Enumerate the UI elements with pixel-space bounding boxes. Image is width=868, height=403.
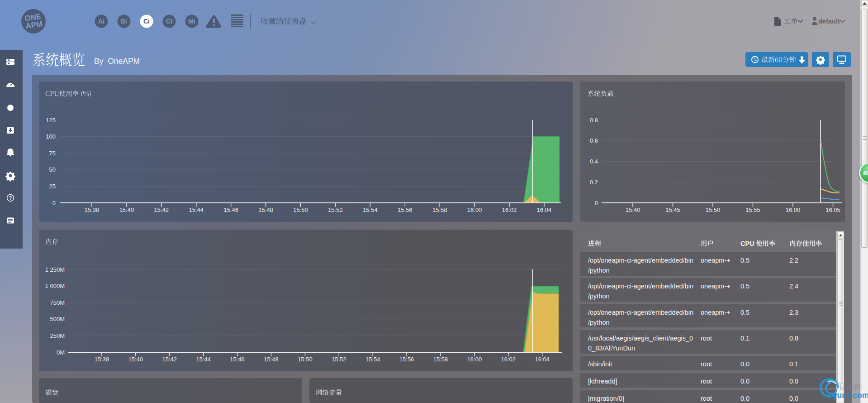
svg-text:default: default [818,18,840,25]
svg-text:15:58: 15:58 [432,206,447,213]
svg-text:15:45: 15:45 [665,206,680,213]
svg-text:2.3: 2.3 [789,309,798,316]
svg-text:16:02: 16:02 [501,356,516,363]
svg-text:Ai: Ai [98,18,104,25]
svg-text:50: 50 [49,166,56,173]
svg-text:0.0: 0.0 [740,395,749,402]
svg-text:15:48: 15:48 [264,356,279,363]
svg-text:15:38: 15:38 [85,206,100,213]
svg-text:2.2: 2.2 [789,257,798,264]
svg-text:/opt/oneapm-ci-agent/embedded/: /opt/oneapm-ci-agent/embedded/bin [588,309,693,316]
svg-text:0: 0 [52,200,56,206]
svg-text:/opt/oneapm-ci-agent/embedded/: /opt/oneapm-ci-agent/embedded/bin [588,257,693,264]
svg-text:16:00: 16:00 [786,206,801,213]
svg-text:0.8: 0.8 [789,335,798,342]
svg-text:15:46: 15:46 [230,356,245,363]
svg-text:0.5: 0.5 [740,283,749,290]
svg-text:/python: /python [588,267,610,274]
svg-text:1 250M: 1 250M [45,266,65,273]
svg-text:By OneAPM: By OneAPM [94,57,140,66]
svg-text:16:05: 16:05 [825,206,840,213]
svg-text:root: root [701,335,712,342]
svg-text:1 000M: 1 000M [45,283,65,289]
svg-text:15:56: 15:56 [398,206,413,213]
svg-text:0.8: 0.8 [590,117,598,124]
svg-text:15:46: 15:46 [223,206,238,213]
svg-text:CPU: CPU [740,240,754,247]
svg-text:0.0: 0.0 [740,378,749,385]
svg-text:0.2: 0.2 [590,179,598,186]
svg-text:0.1: 0.1 [789,360,798,368]
svg-text:[kthreadd]: [kthreadd] [588,378,617,385]
svg-text:25: 25 [49,183,56,190]
svg-text:0.0: 0.0 [789,395,798,402]
svg-text:250M: 250M [50,332,65,339]
svg-text:Mi: Mi [188,18,195,25]
svg-text:15:42: 15:42 [162,356,177,363]
svg-text:/sbin/init: /sbin/init [588,360,612,368]
svg-text:/python: /python [588,293,610,300]
svg-text:16:00: 16:00 [467,356,482,363]
svg-text:15:54: 15:54 [365,356,380,363]
svg-text:15:50: 15:50 [298,356,313,363]
svg-text:750M: 750M [50,299,65,306]
svg-text:75: 75 [49,150,56,157]
svg-text:15:50: 15:50 [293,206,308,213]
svg-text:2.4: 2.4 [789,283,798,290]
svg-text:0.0: 0.0 [740,360,749,368]
svg-text:0.1: 0.1 [740,335,749,342]
svg-text:0M: 0M [57,349,65,356]
svg-text:oneapm-+: oneapm-+ [701,257,730,264]
svg-text:15:44: 15:44 [196,356,211,363]
svg-text:15:38: 15:38 [95,356,109,363]
svg-text:15:52: 15:52 [328,206,343,213]
svg-text:15:44: 15:44 [189,206,204,213]
svg-text:0.5: 0.5 [740,309,749,316]
svg-text:15:54: 15:54 [363,206,378,213]
svg-text:?: ? [9,196,12,201]
svg-text:0: 0 [595,200,598,206]
svg-text:16:04: 16:04 [535,356,550,363]
svg-text:0.0: 0.0 [789,378,798,385]
svg-text:Ci: Ci [143,18,150,25]
svg-text:Bi: Bi [121,18,127,25]
svg-text:oneapm-+: oneapm-+ [701,309,730,316]
svg-text:0_83/AliYunDun: 0_83/AliYunDun [588,345,635,352]
svg-text:15:52: 15:52 [332,356,346,363]
svg-text:15:48: 15:48 [258,206,273,213]
svg-text:15:58: 15:58 [433,356,448,363]
svg-text:15:42: 15:42 [154,206,169,213]
svg-text:root: root [701,378,712,385]
svg-text:15:56: 15:56 [399,356,414,363]
svg-text:100: 100 [46,133,56,140]
svg-text:15:40: 15:40 [128,356,143,363]
svg-text:15:40: 15:40 [626,206,640,213]
svg-text:15:50: 15:50 [706,206,721,213]
svg-text:root: root [701,395,712,402]
svg-text:0.6: 0.6 [590,137,598,144]
svg-text:/opt/oneapm-ci-agent/embedded/: /opt/oneapm-ci-agent/embedded/bin [588,283,693,290]
svg-text:iyunv.com: iyunv.com [830,391,868,400]
svg-text:oneapm-+: oneapm-+ [701,283,730,290]
svg-text:/usr/local/aegis/aegis_client/: /usr/local/aegis/aegis_client/aegis_0 [588,335,693,342]
svg-text:/python: /python [588,319,610,326]
svg-text:16:02: 16:02 [502,206,517,213]
svg-text:Ct: Ct [166,18,173,25]
svg-text:15:55: 15:55 [745,206,760,213]
svg-text:125: 125 [46,117,56,124]
svg-text:root: root [701,360,712,368]
svg-text:16:04: 16:04 [537,206,552,213]
svg-text:0.5: 0.5 [740,257,749,264]
svg-text:[migration/0]: [migration/0] [588,395,624,402]
svg-text:0.4: 0.4 [590,158,598,165]
svg-text:500M: 500M [50,316,65,322]
svg-text:16:00: 16:00 [467,206,482,213]
svg-text:15:40: 15:40 [119,206,134,213]
